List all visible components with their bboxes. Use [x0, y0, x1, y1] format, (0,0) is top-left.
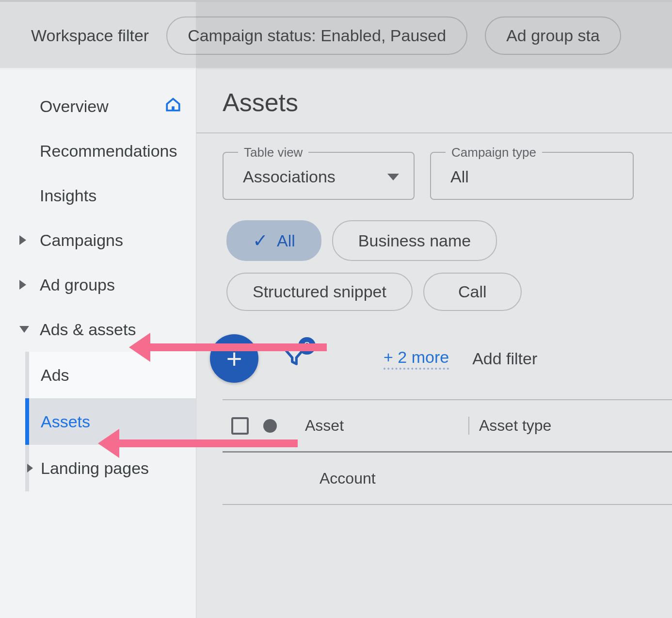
sidebar-item-label: Ads — [41, 366, 69, 385]
sidebar-item-label: Recommendations — [40, 142, 177, 161]
select-all-checkbox[interactable] — [231, 417, 249, 435]
sidebar-item-label: Campaigns — [40, 231, 123, 250]
campaign-type-select[interactable]: Campaign type All — [430, 152, 634, 200]
field-label: Table view — [238, 145, 308, 160]
assets-table: Asset Asset type Account — [223, 399, 672, 505]
sidebar-item-label: Insights — [40, 186, 96, 205]
sidebar-item-insights[interactable]: Insights — [0, 173, 196, 218]
table-view-select[interactable]: Table view Associations — [223, 152, 415, 200]
home-icon — [165, 96, 181, 116]
field-value: All — [450, 167, 469, 186]
annotation-arrow-ads-assets — [147, 343, 327, 351]
sidebar-subitem-ads[interactable]: Ads — [29, 352, 196, 398]
add-asset-button[interactable]: + — [210, 334, 258, 383]
asset-type-pill-structured-snippet[interactable]: Structured snippet — [226, 273, 413, 311]
caret-right-icon — [27, 464, 33, 472]
asset-type-pill-call[interactable]: Call — [423, 273, 522, 311]
workspace-filter-bar: Workspace filter Campaign status: Enable… — [0, 2, 672, 69]
annotation-arrow-assets — [116, 439, 298, 447]
table-group-label: Account — [286, 470, 468, 488]
divider — [196, 132, 672, 133]
field-value: Associations — [243, 167, 336, 186]
chevron-down-icon — [387, 174, 399, 180]
sidebar-item-label: Landing pages — [41, 459, 149, 478]
more-filters-link[interactable]: + 2 more — [384, 348, 449, 370]
pill-label: Call — [458, 282, 487, 301]
column-header-asset[interactable]: Asset — [286, 417, 468, 435]
pill-label: All — [277, 231, 295, 250]
sidebar-item-label: Ad groups — [40, 276, 115, 294]
pill-label: Business name — [358, 231, 471, 250]
sidebar-item-label: Ads & assets — [40, 320, 136, 339]
table-group-row: Account — [223, 453, 672, 505]
caret-down-icon — [19, 326, 29, 333]
filter-chip-campaign-status[interactable]: Campaign status: Enabled, Paused — [166, 16, 467, 55]
sidebar-item-label: Overview — [40, 97, 109, 116]
asset-type-pill-business-name[interactable]: Business name — [332, 220, 497, 261]
caret-right-icon — [19, 280, 26, 290]
column-header-asset-type[interactable]: Asset type — [468, 417, 672, 435]
sidebar-item-campaigns[interactable]: Campaigns — [0, 218, 196, 262]
workspace-filter-label: Workspace filter — [31, 26, 149, 45]
sidebar-item-label: Assets — [41, 412, 90, 431]
sidebar-item-ad-groups[interactable]: Ad groups — [0, 262, 196, 307]
asset-type-pill-all[interactable]: ✓ All — [226, 220, 321, 261]
caret-right-icon — [19, 235, 26, 245]
add-filter-button[interactable]: Add filter — [472, 349, 537, 368]
page-title: Assets — [223, 88, 672, 117]
status-dot-icon — [263, 419, 277, 433]
sidebar-item-recommendations[interactable]: Recommendations — [0, 129, 196, 173]
pill-label: Structured snippet — [253, 282, 386, 301]
sidebar-item-overview[interactable]: Overview — [0, 84, 196, 129]
check-icon: ✓ — [253, 230, 268, 251]
field-label: Campaign type — [446, 145, 542, 160]
filter-chip-ad-group-status[interactable]: Ad group sta — [485, 16, 621, 55]
